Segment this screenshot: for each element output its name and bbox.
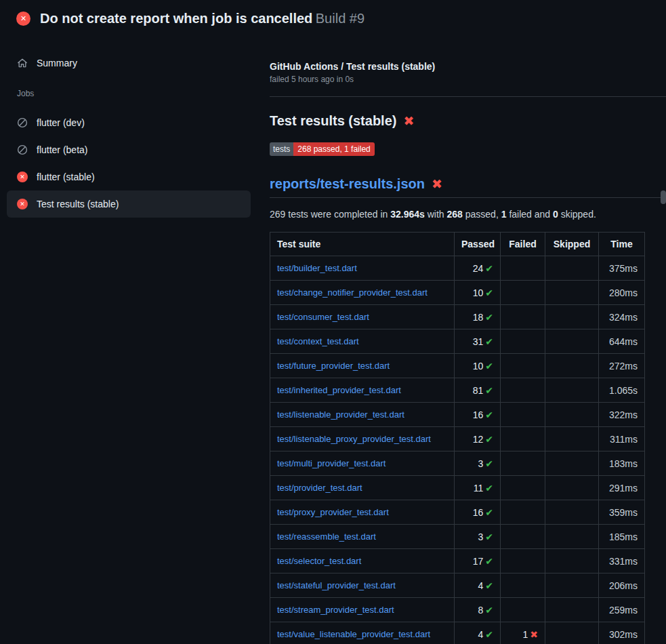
skipped-count xyxy=(545,378,599,403)
suite-link[interactable]: test/value_listenable_provider_test.dart xyxy=(277,629,430,639)
check-icon: ✔ xyxy=(485,483,493,494)
table-row: test/value_listenable_provider_test.dart… xyxy=(270,622,645,644)
main-content: GitHub Actions / Test results (stable) f… xyxy=(270,61,666,644)
suite-link[interactable]: test/listenable_proxy_provider_test.dart xyxy=(277,434,431,444)
sidebar-item-summary[interactable]: Summary xyxy=(7,49,251,77)
passed-count: 10 xyxy=(473,361,484,371)
suite-link[interactable]: test/future_provider_test.dart xyxy=(277,361,390,371)
suite-link[interactable]: test/context_test.dart xyxy=(277,336,359,346)
skipped-count xyxy=(545,476,599,500)
sidebar-item-test-results-stable[interactable]: ✕ Test results (stable) xyxy=(7,190,251,218)
time-value: 644ms xyxy=(599,329,645,354)
suite-link[interactable]: test/stateful_provider_test.dart xyxy=(277,580,396,590)
badge-label: tests xyxy=(270,142,293,156)
skipped-count xyxy=(545,598,599,622)
failed-count: 1 xyxy=(522,629,528,640)
page-title: Do not create report when job is cancell… xyxy=(40,11,312,26)
table-row: test/listenable_provider_test.dart 16✔ 3… xyxy=(270,403,645,427)
time-value: 359ms xyxy=(599,500,645,525)
sidebar-item-flutter-dev[interactable]: flutter (dev) xyxy=(7,109,251,136)
passed-count: 18 xyxy=(473,312,484,323)
table-row: test/future_provider_test.dart 10✔ 272ms xyxy=(270,354,645,378)
check-icon: ✔ xyxy=(485,312,493,323)
table-row: test/change_notifier_provider_test.dart … xyxy=(270,281,645,305)
suite-link[interactable]: test/provider_test.dart xyxy=(277,483,362,493)
passed-count: 12 xyxy=(473,434,484,445)
passed-count: 4 xyxy=(478,580,483,591)
passed-count: 11 xyxy=(474,483,484,494)
time-value: 280ms xyxy=(599,281,645,305)
x-circle-icon: ✕ xyxy=(17,172,28,182)
suite-link[interactable]: test/proxy_provider_test.dart xyxy=(277,507,389,517)
passed-count: 4 xyxy=(478,629,483,640)
time-value: 1.065s xyxy=(599,378,645,403)
suite-link[interactable]: test/multi_provider_test.dart xyxy=(277,458,386,468)
circle-slash-icon xyxy=(17,144,28,155)
section-title-text: Test results (stable) xyxy=(270,113,396,129)
header-skipped: Skipped xyxy=(545,233,599,256)
suite-link[interactable]: test/reassemble_test.dart xyxy=(277,531,376,542)
skipped-count xyxy=(545,500,599,525)
table-row: test/stream_provider_test.dart 8✔ 259ms xyxy=(270,598,645,622)
passed-count: 81 xyxy=(473,385,484,396)
summary-text: with xyxy=(425,209,447,220)
suite-link[interactable]: test/change_notifier_provider_test.dart xyxy=(277,287,428,298)
suite-link[interactable]: test/inherited_provider_test.dart xyxy=(277,385,401,395)
x-circle-icon: ✕ xyxy=(17,199,28,209)
circle-x-glyph: ✕ xyxy=(20,15,26,22)
time-value: 324ms xyxy=(599,305,645,329)
summary-text: skipped. xyxy=(558,209,596,220)
failed-x-icon: ✖ xyxy=(432,178,442,190)
time-value: 311ms xyxy=(599,427,645,451)
suite-link[interactable]: test/consumer_test.dart xyxy=(277,312,369,322)
check-icon: ✔ xyxy=(485,434,493,445)
suite-link[interactable]: test/selector_test.dart xyxy=(277,556,361,566)
passed-count: 3 xyxy=(478,531,483,542)
suite-link[interactable]: test/builder_test.dart xyxy=(277,263,357,273)
check-icon: ✔ xyxy=(485,287,493,298)
circle-slash-icon xyxy=(17,117,28,128)
time-value: 375ms xyxy=(599,256,645,281)
sidebar-item-label: flutter (beta) xyxy=(37,144,87,155)
suite-link[interactable]: test/listenable_provider_test.dart xyxy=(277,409,404,420)
check-icon: ✔ xyxy=(485,629,493,640)
sidebar-item-label: flutter (stable) xyxy=(37,172,95,182)
sidebar-item-label: flutter (dev) xyxy=(37,117,85,128)
table-row: test/multi_provider_test.dart 3✔ 183ms xyxy=(270,451,645,476)
table-row: test/context_test.dart 31✔ 644ms xyxy=(270,329,645,354)
suite-link[interactable]: test/stream_provider_test.dart xyxy=(277,605,394,615)
check-run-header: ✕ Do not create report when job is cance… xyxy=(0,0,666,37)
skipped-count xyxy=(545,622,599,644)
passed-count: 31 xyxy=(473,336,484,347)
x-icon: ✖ xyxy=(530,629,538,640)
summary-text: failed and xyxy=(507,209,554,220)
skipped-count xyxy=(545,403,599,427)
sidebar-item-label: Test results (stable) xyxy=(37,199,119,209)
scrollbar-thumb[interactable] xyxy=(661,190,666,204)
time-value: 291ms xyxy=(599,476,645,500)
table-row: test/inherited_provider_test.dart 81✔ 1.… xyxy=(270,378,645,403)
sidebar-item-flutter-stable[interactable]: ✕ flutter (stable) xyxy=(7,163,251,190)
time-value: 302ms xyxy=(599,622,645,644)
skipped-count xyxy=(545,329,599,354)
header-title-group: Do not create report when job is cancell… xyxy=(40,11,365,26)
passed-count: 17 xyxy=(473,556,484,567)
time-value: 331ms xyxy=(599,549,645,573)
summary-strong: 268 xyxy=(447,209,463,220)
skipped-count xyxy=(545,549,599,573)
header-time: Time xyxy=(599,233,645,256)
passed-count: 24 xyxy=(473,263,484,274)
failed-x-icon: ✖ xyxy=(403,115,414,127)
results-table: Test suite Passed Failed Skipped Time te… xyxy=(270,232,645,644)
build-number: Build #9 xyxy=(316,11,365,26)
report-link[interactable]: reports/test-results.json xyxy=(270,176,425,192)
time-value: 183ms xyxy=(599,451,645,476)
table-row: test/selector_test.dart 17✔ 331ms xyxy=(270,549,645,573)
home-icon xyxy=(17,58,28,68)
passed-count: 16 xyxy=(473,409,484,420)
sidebar-item-flutter-beta[interactable]: flutter (beta) xyxy=(7,136,251,163)
report-heading: reports/test-results.json ✖ xyxy=(270,176,666,198)
check-icon: ✔ xyxy=(485,556,493,567)
summary-strong: 0 xyxy=(553,209,558,220)
results-table-body: test/builder_test.dart 24✔ 375ms test/ch… xyxy=(270,256,645,644)
